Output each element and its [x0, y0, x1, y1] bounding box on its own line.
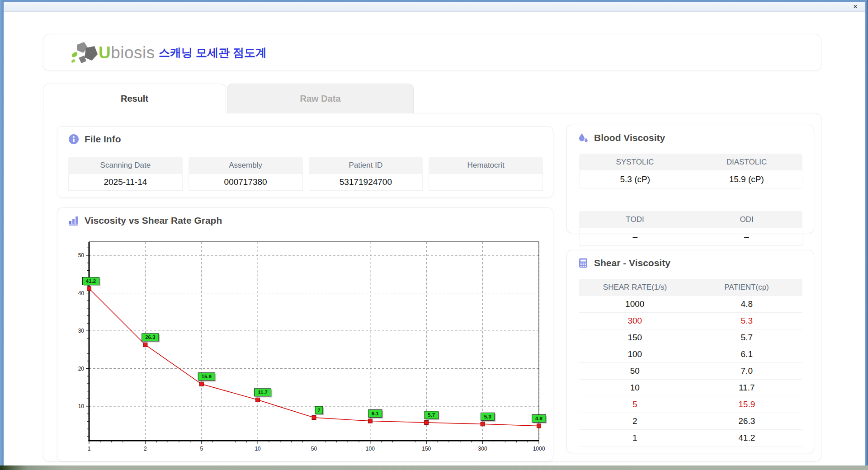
table-row: 507.0 [579, 363, 802, 380]
panel-title-text: Blood Viscosity [594, 132, 665, 143]
bar-chart-icon [68, 215, 79, 226]
svg-text:7: 7 [317, 408, 320, 413]
file-info-title: File Info [68, 134, 121, 145]
desktop-edge-left [0, 0, 4, 470]
app-title-korean: 스캐닝 모세관 점도계 [159, 45, 267, 60]
viscosity-shear-chart: 10203040501251050100150300100041.226.315… [57, 208, 554, 462]
shear-rate-cell: 5 [579, 396, 691, 413]
tab-content-result: File Info Scanning Date2025-11-14Assembl… [43, 113, 821, 462]
file-info-field: Assembly000717380 [189, 157, 303, 191]
svg-text:30: 30 [78, 328, 85, 334]
svg-text:40: 40 [78, 290, 85, 296]
desktop-edge-bottom [0, 465, 868, 470]
svg-text:11.7: 11.7 [258, 390, 268, 395]
svg-text:10: 10 [255, 446, 261, 452]
odi-value: – [691, 228, 803, 246]
blood-viscosity-panel: Blood Viscosity SYSTOLIC DIASTOLIC 5.3 (… [566, 125, 814, 233]
shear-rate-cell: 1 [579, 430, 691, 446]
file-info-field: Scanning Date2025-11-14 [68, 157, 183, 191]
graph-panel: 10203040501251050100150300100041.226.315… [57, 207, 553, 461]
svg-text:1: 1 [88, 446, 91, 452]
svg-text:5: 5 [200, 446, 203, 452]
column-header: SYSTOLIC [579, 154, 691, 170]
field-value: 000717380 [189, 174, 303, 191]
blood-viscosity-table-2: TODI ODI – – [579, 211, 802, 246]
field-value: 53171924700 [309, 174, 423, 191]
svg-text:300: 300 [478, 446, 487, 452]
app-header: Ubiosis 스캐닝 모세관 점도계 [43, 34, 821, 71]
tab-bar: Result Raw Data [43, 84, 414, 113]
svg-text:10: 10 [78, 403, 85, 409]
info-icon [68, 134, 79, 145]
patient-viscosity-cell: 5.3 [691, 313, 803, 329]
todi-value: – [579, 228, 691, 246]
field-value [429, 174, 543, 191]
svg-text:41.2: 41.2 [86, 278, 96, 284]
svg-text:50: 50 [78, 252, 85, 258]
graph-title: Viscosity vs Shear Rate Graph [68, 215, 222, 226]
brand-rest: biosis [111, 43, 155, 62]
svg-text:50: 50 [311, 446, 317, 452]
column-header: DIASTOLIC [691, 154, 802, 170]
patient-viscosity-cell: 4.8 [691, 296, 803, 313]
desktop-edge-right [865, 0, 868, 470]
tab-result[interactable]: Result [43, 84, 226, 113]
file-info-field: Patient ID53171924700 [309, 157, 423, 191]
svg-text:2: 2 [144, 446, 147, 452]
shear-rate-cell: 300 [579, 313, 691, 329]
tab-raw-data[interactable]: Raw Data [227, 84, 414, 113]
window-body: Ubiosis 스캐닝 모세관 점도계 Result Raw Data File… [4, 12, 865, 465]
patient-viscosity-cell: 15.9 [691, 396, 803, 413]
shear-viscosity-table: SHEAR RATE(1/s) PATIENT(cp) 10004.83005.… [579, 279, 802, 446]
field-label: Assembly [189, 157, 303, 174]
svg-text:5.7: 5.7 [428, 412, 435, 418]
panel-title-text: File Info [85, 134, 121, 145]
shear-rate-cell: 50 [579, 363, 691, 380]
column-header: SHEAR RATE(1/s) [579, 279, 691, 296]
droplets-icon [578, 132, 589, 143]
shear-viscosity-panel: Shear - Viscosity SHEAR RATE(1/s) PATIEN… [566, 250, 814, 453]
panel-title-text: Shear - Viscosity [594, 258, 670, 268]
table-row: 1006.1 [579, 346, 802, 363]
table-row: 10004.8 [579, 296, 802, 313]
app-window: × Ubiosis 스캐닝 모세관 점도계 Result Raw Data [4, 2, 865, 465]
table-row: 226.3 [579, 413, 802, 430]
svg-text:4.8: 4.8 [535, 416, 543, 421]
patient-viscosity-cell: 11.7 [691, 380, 803, 396]
svg-text:5.3: 5.3 [484, 414, 491, 419]
svg-text:100: 100 [366, 446, 375, 452]
window-close-button[interactable]: × [850, 2, 860, 11]
table-row: 1505.7 [579, 329, 802, 346]
table-row: 1011.7 [579, 380, 802, 396]
systolic-value: 5.3 (cP) [579, 170, 691, 188]
patient-viscosity-cell: 6.1 [691, 346, 803, 363]
shear-rate-cell: 100 [579, 346, 691, 363]
field-value: 2025-11-14 [68, 174, 183, 191]
svg-text:150: 150 [422, 446, 431, 452]
shear-viscosity-title: Shear - Viscosity [578, 258, 670, 268]
field-label: Scanning Date [68, 157, 183, 174]
svg-text:20: 20 [78, 366, 85, 372]
column-header: PATIENT(cp) [691, 279, 802, 296]
shear-rate-cell: 10 [579, 380, 691, 396]
file-info-fields: Scanning Date2025-11-14Assembly000717380… [68, 157, 543, 191]
blood-viscosity-title: Blood Viscosity [578, 132, 665, 143]
svg-text:15.9: 15.9 [202, 374, 212, 379]
ubiosis-logo: Ubiosis [71, 41, 155, 65]
svg-text:1000: 1000 [533, 446, 545, 452]
field-label: Patient ID [309, 157, 423, 174]
file-info-field: Hematocrit [429, 157, 543, 191]
file-info-panel: File Info Scanning Date2025-11-14Assembl… [57, 126, 553, 198]
table-row: 3005.3 [579, 313, 802, 329]
window-titlebar: × [4, 2, 865, 12]
shear-rate-cell: 1000 [579, 296, 691, 313]
table-row: 515.9 [579, 396, 802, 413]
shear-rate-cell: 150 [579, 329, 691, 346]
patient-viscosity-cell: 7.0 [691, 363, 803, 380]
table-row: 141.2 [579, 430, 802, 446]
diastolic-value: 15.9 (cP) [691, 170, 803, 188]
ubiosis-logo-icon [71, 41, 98, 65]
panel-title-text: Viscosity vs Shear Rate Graph [85, 215, 222, 226]
column-header: ODI [691, 211, 802, 228]
patient-viscosity-cell: 26.3 [691, 413, 803, 430]
